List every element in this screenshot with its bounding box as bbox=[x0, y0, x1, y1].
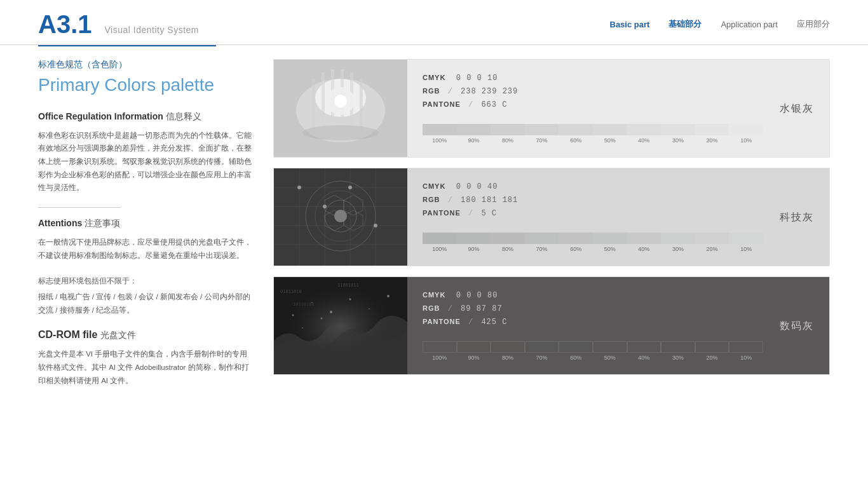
svg-rect-3 bbox=[312, 79, 315, 130]
svg-text:11001011: 11001011 bbox=[337, 283, 359, 288]
color-image-dark: 01011010 11001011 10110100 bbox=[274, 277, 407, 374]
svg-point-42 bbox=[321, 318, 323, 320]
page-title: A3.1 bbox=[38, 11, 92, 37]
color-name-silver: 水银灰 bbox=[780, 102, 814, 115]
nav-app-en[interactable]: Application part bbox=[721, 20, 778, 29]
svg-point-39 bbox=[369, 308, 370, 309]
color-card-silver: CMYK 0 0 0 10 RGB / 238 239 239 PANTONE … bbox=[273, 59, 830, 158]
svg-text:01011010: 01011010 bbox=[280, 289, 302, 294]
svg-point-37 bbox=[330, 311, 332, 313]
color-card-tech: CMYK 0 0 0 40 RGB / 180 181 181 PANTONE … bbox=[273, 168, 830, 266]
cmyk-dark: CMYK 0 0 0 80 bbox=[423, 291, 763, 300]
cmyk-silver: CMYK 0 0 0 10 bbox=[423, 74, 763, 83]
svg-point-32 bbox=[374, 224, 377, 227]
office-text: 标准色彩在识别系统中是超越一切形态而为先的个性载体。它能有效地区分与强调形象的差… bbox=[38, 129, 254, 194]
office-title-cn: 信息释义 bbox=[166, 111, 201, 121]
gradient-bar-silver: 100% 90% 80% 70% bbox=[423, 124, 763, 144]
main-content: 标准色规范（含色阶） Primary Colors palette Office… bbox=[0, 46, 868, 413]
svg-text:10110100: 10110100 bbox=[293, 302, 315, 307]
svg-point-38 bbox=[349, 299, 351, 301]
svg-point-41 bbox=[302, 327, 303, 329]
pantone-silver: PANTONE / 663 C bbox=[423, 100, 763, 109]
office-title-en: Office Regulation Information bbox=[38, 111, 163, 121]
pantone-tech: PANTONE / 5 C bbox=[423, 209, 763, 218]
nav-app-cn[interactable]: 应用部分 bbox=[797, 18, 830, 30]
svg-point-9 bbox=[302, 125, 379, 140]
divider-1 bbox=[38, 207, 121, 208]
color-name-tech: 科技灰 bbox=[780, 210, 814, 224]
color-info-dark: CMYK 0 0 0 80 RGB / 89 87 87 PANTONE / 4… bbox=[407, 277, 829, 374]
color-image-silver bbox=[274, 60, 407, 157]
nav-basic-cn[interactable]: 基础部分 bbox=[668, 18, 702, 30]
attention-cn: 注意事项 bbox=[85, 218, 120, 228]
section-title: Primary Colors palette bbox=[38, 74, 254, 96]
header-nav: Basic part 基础部分 Application part 应用部分 bbox=[610, 18, 831, 30]
page-subtitle: Visual Identity System bbox=[105, 25, 199, 35]
color-info-tech: CMYK 0 0 0 40 RGB / 180 181 181 PANTONE … bbox=[407, 168, 829, 266]
attention-text2: 标志使用环境包括但不限于： bbox=[38, 274, 254, 288]
svg-point-35 bbox=[292, 315, 294, 316]
cmyk-tech: CMYK 0 0 0 40 bbox=[423, 182, 763, 191]
nav-basic-en[interactable]: Basic part bbox=[610, 20, 650, 29]
svg-point-40 bbox=[387, 295, 390, 297]
pantone-dark: PANTONE / 425 C bbox=[423, 318, 763, 327]
right-panel: CMYK 0 0 0 10 RGB / 238 239 239 PANTONE … bbox=[273, 59, 830, 400]
section-label: 标准色规范（含色阶） bbox=[38, 59, 254, 71]
cd-text: 光盘文件是本 VI 手册电子文件的集合，内含手册制作时的专用软件格式文件。其中 … bbox=[38, 348, 254, 387]
cd-title: CD-ROM file 光盘文件 bbox=[38, 329, 254, 341]
attention-text3: 报纸 / 电视广告 / 宣传 / 包装 / 会议 / 新闻发布会 / 公司内外部… bbox=[38, 290, 254, 316]
color-info-silver: CMYK 0 0 0 10 RGB / 238 239 239 PANTONE … bbox=[407, 60, 829, 157]
rgb-dark: RGB / 89 87 87 bbox=[423, 304, 763, 313]
header: A3.1 Visual Identity System Basic part 基… bbox=[0, 0, 868, 45]
svg-rect-4 bbox=[322, 72, 325, 130]
gradient-bar-dark: 100% 90% 80% 70% 60% 50% 40% 30% 20% 10% bbox=[423, 341, 763, 361]
cd-title-en: CD-ROM file bbox=[38, 329, 97, 340]
svg-point-31 bbox=[348, 186, 352, 189]
rgb-silver: RGB / 238 239 239 bbox=[423, 87, 763, 96]
svg-point-29 bbox=[297, 186, 301, 189]
gradient-bar-tech: 100% 90% 80% 70% 60% 50% 40% 30% 20% 10% bbox=[423, 233, 763, 252]
left-panel: 标准色规范（含色阶） Primary Colors palette Office… bbox=[38, 59, 254, 400]
color-name-dark: 数码灰 bbox=[780, 319, 814, 332]
rgb-tech: RGB / 180 181 181 bbox=[423, 196, 763, 205]
office-title: Office Regulation Information 信息释义 bbox=[38, 111, 254, 123]
color-card-dark: 01011010 11001011 10110100 CMYK 0 0 0 80… bbox=[273, 276, 830, 375]
attention-text1: 在一般情况下使用品牌标志，应尽量使用提供的光盘电子文件，不建议使用标准制图绘制标… bbox=[38, 236, 254, 262]
attention-en: Attentions bbox=[38, 218, 82, 228]
header-left: A3.1 Visual Identity System bbox=[38, 11, 199, 37]
svg-rect-8 bbox=[360, 79, 363, 130]
attention-title: Attentions 注意事项 bbox=[38, 218, 254, 229]
color-image-tech bbox=[274, 168, 407, 266]
svg-point-30 bbox=[323, 205, 327, 208]
svg-point-11 bbox=[334, 95, 347, 107]
cd-title-cn: 光盘文件 bbox=[100, 330, 136, 340]
